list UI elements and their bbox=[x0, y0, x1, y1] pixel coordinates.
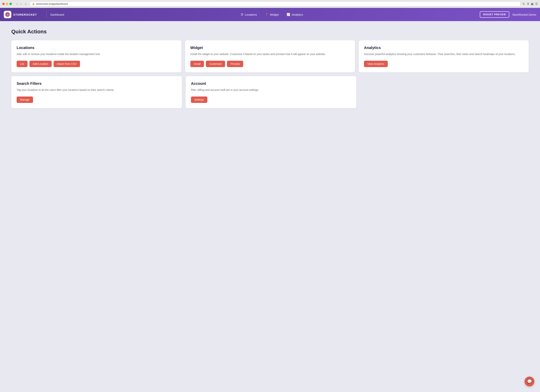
browser-navigation: ‹ › ⌂ bbox=[15, 2, 28, 6]
preview-button[interactable]: Preview bbox=[227, 61, 243, 67]
locations-card-description: Add, edit or remove your locations insid… bbox=[17, 52, 176, 56]
share-button[interactable]: ⬆ bbox=[527, 2, 529, 6]
brand-name: STOREROCKET bbox=[13, 13, 37, 16]
navbar: ◎ STOREROCKET Dashboard ☰ Locations 📍 Wi… bbox=[0, 8, 540, 21]
lock-icon: 🔒 bbox=[32, 3, 35, 5]
nav-link-widget[interactable]: 📍 Widget bbox=[262, 11, 282, 18]
import-csv-button[interactable]: Import from CSV bbox=[54, 61, 80, 67]
widget-card-actions: Install Customize Preview bbox=[190, 61, 350, 67]
nav-link-widget-label: Widget bbox=[270, 13, 279, 16]
url-text: storerocket.io/app/dashboard bbox=[36, 2, 68, 5]
analytics-card-description: Discover powerful analytics showing your… bbox=[364, 52, 523, 56]
minimize-window-button[interactable] bbox=[6, 3, 8, 5]
home-button[interactable]: ⌂ bbox=[23, 2, 28, 6]
menu-icon: ☰ bbox=[241, 13, 243, 16]
widget-card-description: Install the widget to your website. Cust… bbox=[190, 52, 350, 56]
pin-icon: 📍 bbox=[265, 13, 269, 16]
account-card: Account Plan, billing and account stuff … bbox=[186, 76, 356, 108]
reload-button[interactable]: ↻ bbox=[522, 2, 525, 6]
forward-button[interactable]: › bbox=[19, 2, 22, 6]
manage-button[interactable]: Manage bbox=[17, 97, 33, 103]
chat-button[interactable]: 💬 bbox=[525, 377, 534, 386]
maximize-window-button[interactable] bbox=[10, 3, 12, 5]
brand-logo: ◎ bbox=[4, 11, 11, 18]
chart-icon: 📈 bbox=[287, 13, 290, 16]
close-window-button[interactable] bbox=[2, 3, 5, 5]
locations-card-title: Locations bbox=[17, 46, 176, 50]
nav-right: WIDGET PREVIEW StoreRocket Demo bbox=[480, 11, 536, 18]
widget-card: Widget Install the widget to your websit… bbox=[185, 40, 355, 72]
cards-grid-bottom: Search Filters Tag your locations to let… bbox=[11, 76, 356, 108]
view-analytics-button[interactable]: View Analytics bbox=[364, 61, 388, 67]
list-button[interactable]: List bbox=[17, 61, 28, 67]
widget-card-title: Widget bbox=[190, 46, 350, 50]
demo-label: StoreRocket Demo bbox=[512, 13, 536, 16]
account-card-actions: Settings bbox=[191, 97, 351, 103]
widget-preview-button[interactable]: WIDGET PREVIEW bbox=[480, 11, 510, 18]
install-button[interactable]: Install bbox=[190, 61, 204, 67]
add-location-button[interactable]: Add Location bbox=[30, 61, 52, 67]
analytics-card-title: Analytics bbox=[364, 46, 523, 50]
settings-button[interactable]: Settings bbox=[191, 97, 207, 103]
search-filters-card-description: Tag your locations to let the users filt… bbox=[17, 88, 177, 92]
nav-link-locations[interactable]: ☰ Locations bbox=[238, 11, 260, 18]
search-filters-card-title: Search Filters bbox=[17, 81, 177, 86]
browser-action-buttons: ⬆ ▣ ☰ bbox=[527, 2, 538, 6]
back-button[interactable]: ‹ bbox=[15, 2, 19, 6]
brand: ◎ STOREROCKET bbox=[4, 11, 37, 18]
analytics-card: Analytics Discover powerful analytics sh… bbox=[359, 40, 529, 72]
customize-button[interactable]: Customize bbox=[206, 61, 225, 67]
window-controls bbox=[2, 3, 12, 5]
nav-link-analytics-label: Analytics bbox=[292, 13, 303, 16]
nav-link-locations-label: Locations bbox=[245, 13, 257, 16]
nav-link-analytics[interactable]: 📈 Analytics bbox=[284, 11, 306, 18]
locations-card-actions: List Add Location Import from CSV bbox=[17, 61, 176, 67]
account-card-title: Account bbox=[191, 81, 351, 86]
tabs-button[interactable]: ▣ bbox=[531, 2, 534, 6]
current-page-label: Dashboard bbox=[50, 13, 64, 16]
browser-chrome: ‹ › ⌂ 🔒 storerocket.io/app/dashboard ↻ ⬆… bbox=[0, 0, 540, 8]
cards-grid-top: Locations Add, edit or remove your locat… bbox=[11, 40, 529, 72]
page-title: Quick Actions bbox=[11, 29, 529, 35]
sidebar-button[interactable]: ☰ bbox=[535, 2, 538, 6]
locations-card: Locations Add, edit or remove your locat… bbox=[11, 40, 181, 72]
chat-icon: 💬 bbox=[527, 379, 532, 384]
nav-divider bbox=[46, 11, 47, 18]
nav-links: ☰ Locations 📍 Widget 📈 Analytics bbox=[64, 11, 480, 18]
analytics-card-actions: View Analytics bbox=[364, 61, 523, 67]
account-card-description: Plan, billing and account stuff are in y… bbox=[191, 88, 351, 92]
brand-logo-icon: ◎ bbox=[5, 12, 10, 17]
search-filters-card-actions: Manage bbox=[17, 97, 177, 103]
main-content: Quick Actions Locations Add, edit or rem… bbox=[0, 21, 540, 116]
search-filters-card: Search Filters Tag your locations to let… bbox=[11, 76, 182, 108]
address-bar[interactable]: 🔒 storerocket.io/app/dashboard bbox=[30, 1, 520, 6]
